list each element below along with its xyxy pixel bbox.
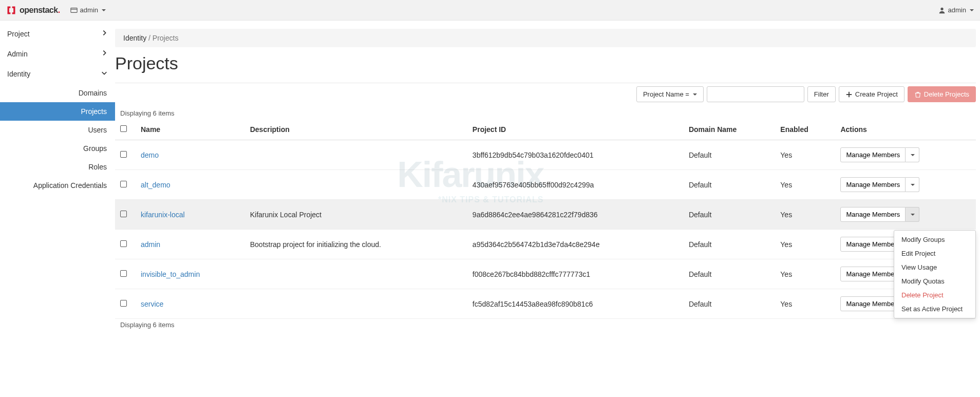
project-name-link[interactable]: invisible_to_admin bbox=[141, 270, 200, 278]
filter-button[interactable]: Filter bbox=[807, 86, 836, 102]
sidebar-item-domains[interactable]: Domains bbox=[0, 84, 115, 102]
sidebar-item-roles[interactable]: Roles bbox=[0, 158, 115, 176]
row-checkbox[interactable] bbox=[120, 300, 127, 307]
chevron-right-icon bbox=[101, 49, 108, 58]
manage-members-button[interactable]: Manage Members bbox=[840, 147, 906, 162]
table-row: adminBootstrap project for initializing … bbox=[115, 230, 976, 259]
chevron-down-icon bbox=[101, 69, 108, 78]
dropdown-item-delete-project[interactable]: Delete Project bbox=[894, 288, 975, 302]
item-count-top: Displaying 6 items bbox=[115, 107, 980, 119]
sidebar-item-projects[interactable]: Projects bbox=[0, 102, 115, 121]
row-actions-dropdown: Modify GroupsEdit ProjectView UsageModif… bbox=[894, 230, 976, 318]
sidebar-group-identity[interactable]: Identity bbox=[0, 64, 115, 84]
plus-icon bbox=[845, 91, 853, 98]
dropdown-item-view-usage[interactable]: View Usage bbox=[894, 260, 975, 274]
col-description[interactable]: Description bbox=[245, 119, 467, 140]
sidebar-group-label: Identity bbox=[7, 70, 30, 78]
dropdown-item-set-as-active-project[interactable]: Set as Active Project bbox=[894, 302, 975, 316]
user-label: admin bbox=[948, 6, 966, 14]
filter-field-menu[interactable]: Project Name = bbox=[636, 86, 704, 102]
caret-down-icon bbox=[911, 154, 915, 156]
col-name[interactable]: Name bbox=[136, 119, 245, 140]
row-checkbox[interactable] bbox=[120, 270, 127, 277]
caret-down-icon bbox=[693, 93, 697, 96]
cell-project-id: 3bff612b9db54c79b03a1620fdec0401 bbox=[467, 140, 684, 170]
cell-description bbox=[245, 259, 467, 289]
col-domain-name[interactable]: Domain Name bbox=[684, 119, 775, 140]
cell-description bbox=[245, 289, 467, 319]
cell-project-id: 430aef95763e405bb65ff00d92c4299a bbox=[467, 170, 684, 200]
dropdown-item-modify-groups[interactable]: Modify Groups bbox=[894, 233, 975, 247]
row-actions-caret[interactable] bbox=[906, 207, 919, 222]
delete-projects-button[interactable]: Delete Projects bbox=[908, 86, 976, 102]
cell-domain-name: Default bbox=[684, 200, 775, 230]
cell-description: Bootstrap project for initializing the c… bbox=[245, 230, 467, 259]
svg-rect-0 bbox=[70, 8, 77, 12]
topbar: openstack. admin admin bbox=[0, 0, 980, 21]
caret-down-icon bbox=[970, 9, 974, 11]
trash-icon bbox=[914, 91, 921, 98]
main-content: Identity / Projects Projects Project Nam… bbox=[115, 21, 980, 331]
col-actions: Actions bbox=[835, 119, 976, 140]
manage-members-button[interactable]: Manage Members bbox=[840, 207, 906, 222]
cell-actions: Manage MembersModify GroupsEdit ProjectV… bbox=[835, 200, 976, 230]
cell-enabled: Yes bbox=[775, 200, 835, 230]
filter-input[interactable] bbox=[707, 86, 804, 102]
table-row: alt_demo430aef95763e405bb65ff00d92c4299a… bbox=[115, 170, 976, 200]
col-enabled[interactable]: Enabled bbox=[775, 119, 835, 140]
cell-enabled: Yes bbox=[775, 289, 835, 319]
page-title: Projects bbox=[115, 47, 980, 83]
project-name-link[interactable]: alt_demo bbox=[141, 181, 171, 189]
table-row: kifarunix-localKifarunix Local Project9a… bbox=[115, 200, 976, 230]
row-actions-caret[interactable] bbox=[906, 147, 919, 162]
breadcrumb-current: Projects bbox=[153, 34, 179, 42]
context-label: admin bbox=[80, 6, 98, 14]
cell-project-id: fc5d82af15c14453a8ea98fc890b81c6 bbox=[467, 289, 684, 319]
project-name-link[interactable]: demo bbox=[141, 151, 159, 159]
table-row: invisible_to_adminf008ce267bc84bbd882cff… bbox=[115, 259, 976, 289]
caret-down-icon bbox=[911, 184, 915, 186]
cell-domain-name: Default bbox=[684, 259, 775, 289]
row-actions-caret[interactable] bbox=[906, 177, 919, 192]
cell-project-id: a95d364c2b564742b1d3e7da4c8e294e bbox=[467, 230, 684, 259]
dropdown-item-modify-quotas[interactable]: Modify Quotas bbox=[894, 274, 975, 288]
create-project-button[interactable]: Create Project bbox=[839, 86, 904, 102]
item-count-bottom: Displaying 6 items bbox=[115, 319, 980, 331]
dropdown-item-edit-project[interactable]: Edit Project bbox=[894, 247, 975, 260]
caret-down-icon bbox=[911, 214, 915, 216]
col-project-id[interactable]: Project ID bbox=[467, 119, 684, 140]
sidebar-item-groups[interactable]: Groups bbox=[0, 139, 115, 158]
user-menu[interactable]: admin bbox=[938, 6, 974, 14]
select-all-checkbox[interactable] bbox=[120, 125, 127, 132]
openstack-logo-icon bbox=[6, 5, 16, 15]
cell-project-id: 9a6d8864c2ee4ae9864281c22f79d836 bbox=[467, 200, 684, 230]
row-checkbox[interactable] bbox=[120, 151, 127, 158]
cell-enabled: Yes bbox=[775, 259, 835, 289]
cell-enabled: Yes bbox=[775, 170, 835, 200]
projects-table: Name Description Project ID Domain Name … bbox=[115, 119, 976, 319]
caret-down-icon bbox=[102, 9, 106, 11]
row-checkbox[interactable] bbox=[120, 240, 127, 247]
sidebar-group-project[interactable]: Project bbox=[0, 24, 115, 44]
sidebar-item-users[interactable]: Users bbox=[0, 121, 115, 139]
breadcrumb-parent[interactable]: Identity bbox=[123, 34, 146, 42]
brand[interactable]: openstack. bbox=[6, 5, 60, 15]
cell-project-id: f008ce267bc84bbd882cfffc777773c1 bbox=[467, 259, 684, 289]
user-icon bbox=[938, 7, 946, 14]
manage-members-button[interactable]: Manage Members bbox=[840, 177, 906, 192]
project-name-link[interactable]: kifarunix-local bbox=[141, 211, 185, 219]
sidebar-item-application-credentials[interactable]: Application Credentials bbox=[0, 176, 115, 195]
cell-description bbox=[245, 170, 467, 200]
project-name-link[interactable]: service bbox=[141, 300, 163, 308]
cell-enabled: Yes bbox=[775, 140, 835, 170]
context-switcher[interactable]: admin bbox=[70, 6, 106, 14]
project-name-link[interactable]: admin bbox=[141, 240, 160, 249]
cell-enabled: Yes bbox=[775, 230, 835, 259]
cell-description bbox=[245, 140, 467, 170]
sidebar-group-admin[interactable]: Admin bbox=[0, 44, 115, 64]
row-checkbox[interactable] bbox=[120, 211, 127, 217]
breadcrumb: Identity / Projects bbox=[115, 29, 976, 47]
cell-domain-name: Default bbox=[684, 140, 775, 170]
row-checkbox[interactable] bbox=[120, 181, 127, 187]
cell-description: Kifarunix Local Project bbox=[245, 200, 467, 230]
